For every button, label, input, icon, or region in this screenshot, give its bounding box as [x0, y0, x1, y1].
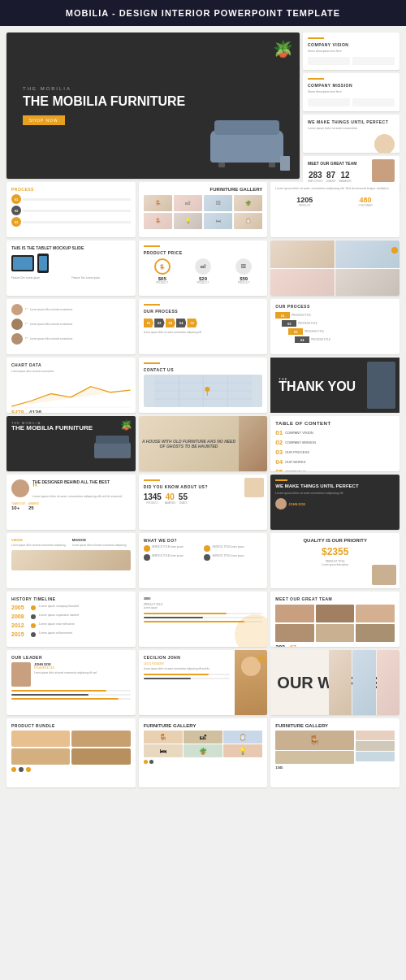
team-photo-e — [316, 624, 355, 642]
gallery-img-2: 🛋 — [174, 195, 202, 211]
history-timeline-slide[interactable]: HISTORY TIMELINE 2005 Lorem ipsum compan… — [6, 592, 136, 647]
room-photo-slide[interactable]: A HOUSE WITH OLD FURNITURE HAS NO NEED O… — [139, 416, 268, 471]
thank-you-slide[interactable]: THE THANK YOU — [270, 358, 400, 413]
cecilion-dot-decor — [257, 655, 266, 663]
know-num-2: 40 — [165, 492, 175, 501]
leader-prog-fill-3 — [11, 698, 119, 700]
stat-box-1-num: 1205 — [275, 196, 334, 204]
product-price-title: PRODUCT PRICE — [144, 250, 263, 255]
furniture-gallery-slide[interactable]: FURNITURE GALLERY 🪑 🛋 🖼 🪴 🪑 💡 🛏 🪞 — [139, 182, 268, 237]
avatar-1 — [11, 304, 23, 315]
row-2: PROCESS 01 02 03 — [6, 182, 400, 237]
product-bundle-slide[interactable]: PRODUCT BUNDLE — [6, 718, 136, 787]
company-mission-slide[interactable]: COMPANY MISSION Some description text he… — [303, 73, 400, 111]
mission-text: Lorem ipsum dolor sit amet consectetur a… — [72, 544, 131, 547]
fg3-img-r2 — [356, 741, 395, 751]
toc-num-5: 05 — [275, 468, 283, 471]
our-process-diagonal-slide[interactable]: OUR PROCESS 01 PROCESS TITLE 02 PROCESS … — [270, 299, 400, 354]
quality-slide[interactable]: QUALITY IS OUR PRIORITY $2355 PRODUCT TI… — [270, 533, 400, 588]
map-placeholder — [144, 375, 263, 407]
price-label-2: PRODUCT — [184, 281, 222, 284]
history-timeline-inner: HISTORY TIMELINE 2005 Lorem ipsum compan… — [6, 592, 136, 647]
dark-sofa — [94, 442, 131, 458]
sofa-leg-left — [218, 163, 225, 167]
decoration-slide-1[interactable]: 3000 PRODUCT SOLDLorem ipsum — [139, 592, 268, 647]
product-bundle-title: PRODUCT BUNDLE — [11, 723, 131, 728]
leader-prog-fill-2 — [11, 694, 89, 696]
our-process-slide[interactable]: OUR PROCESS 01 02 03 04 05 Lorem ipsum d… — [139, 299, 268, 354]
price-item-2: 🛋 $29 PRODUCT — [184, 258, 222, 284]
furniture-gallery-2-slide[interactable]: FURNITURE GALLERY 🪑 🛋 🪞 🛏 🪴 💡 — [139, 718, 268, 787]
what-text-4: SERVICE TITLE lorem ipsum — [212, 554, 244, 557]
chart-stat-2: 4136 VISITOR — [29, 410, 42, 413]
dark-furniture-slide[interactable]: THE MOBILIA THE MOBILIA FURNITURE 🪴 — [6, 416, 136, 471]
vision-mission-slide[interactable]: VISION Lorem ipsum dolor sit amet consec… — [6, 533, 136, 588]
designer-quote-mark: " — [32, 484, 123, 495]
stats-slide-right[interactable]: Lorem ipsum dolor sit amet, consectetur … — [270, 182, 400, 237]
decoration-inner-1: 3000 PRODUCT SOLDLorem ipsum — [139, 592, 268, 647]
stat-box-2-label: CUSTOMER — [336, 204, 395, 207]
we-make-things-slide[interactable]: WE MAKE THINGS UNTIL PERFECT Lorem ipsum… — [303, 115, 400, 153]
step-boxes: 01 PROCESS TITLE 02 PROCESS TITLE 03 PRO… — [275, 312, 395, 343]
hero-section: THE MOBILIA THE MOBILIA FURNITURE SHOP N… — [6, 33, 400, 179]
our-works-slide[interactable]: OUR WORKS — [270, 650, 400, 715]
quote-circle — [374, 134, 395, 153]
process-step-02: 02 — [154, 319, 164, 327]
row-11: PRODUCT BUNDLE FURNITURE GALLERY — [6, 718, 400, 787]
table-of-content-slide[interactable]: TABLE OF CONTENT 01 COMPANY VISION 02 CO… — [270, 416, 400, 471]
hero-cta-button[interactable]: SHOP NOW — [23, 115, 65, 125]
what-we-do-grid: SERVICE TITLE lorem ipsum SERVICE TITLE … — [144, 545, 263, 561]
designer-slide[interactable]: THE DESIGNER BEHIND ALL THE BEST " Lorem… — [6, 475, 136, 530]
timeline-dot-3 — [31, 623, 36, 628]
leader-prog-2 — [11, 694, 131, 696]
vision-photo — [11, 550, 131, 570]
chart-data-slide[interactable]: CHART DATA Lorem ipsum dolor sit amet co… — [6, 358, 136, 413]
did-you-know-slide[interactable]: DID YOU KNOW ABOUT US? 1345 PRODUCT 40 A… — [139, 475, 268, 530]
contact-slide[interactable]: CONTACT US — [139, 358, 268, 413]
cecilion-progress — [144, 674, 231, 679]
know-label-1: PRODUCT — [144, 501, 162, 505]
quality-price: $2355 — [275, 546, 395, 557]
what-we-do-slide[interactable]: WHAT WE DO? SERVICE TITLE lorem ipsum SE… — [139, 533, 268, 588]
process-slide-1[interactable]: PROCESS 01 02 03 — [6, 182, 136, 237]
map-svg — [144, 375, 263, 407]
quote-mark-2: " — [25, 321, 28, 328]
stat-employees: 283 EMPLOYEES — [308, 171, 323, 183]
mission-item-1 — [308, 98, 350, 106]
room-quote-text: A HOUSE WITH OLD FURNITURE HAS NO NEED O… — [142, 439, 236, 449]
product-price-slide[interactable]: PRODUCT PRICE 🪑 $65 PRODUCT 🛋 $29 — [139, 241, 268, 296]
toc-title: TABLE OF CONTENT — [275, 421, 395, 426]
what-dot-4 — [204, 554, 210, 561]
stat-box-1-label: PRODUCT — [275, 204, 334, 207]
furniture-gallery-3-slide[interactable]: FURNITURE GALLERY 🪑 1345 — [270, 718, 400, 787]
team-avatar-slide[interactable]: " Lorem ipsum dolor sit amet consectetur… — [6, 299, 136, 354]
timeline-text-3: Lorem ipsum new milestone — [39, 622, 75, 627]
cecilion-prog-fill-2 — [144, 678, 192, 679]
fg2-img-5: 🪴 — [184, 744, 222, 757]
designer-avatar — [11, 479, 29, 497]
tablet-mockup-slide[interactable]: THIS IS THE TABLET MOCKUP SLIDE Feature … — [6, 241, 136, 296]
designer-title: THE DESIGNER BEHIND ALL THE BEST — [32, 479, 123, 484]
our-leader-inner: OUR LEADER JOHN DOE FOUNDER & CEO Lorem … — [6, 650, 136, 715]
meet-team-slide-2[interactable]: MEET OUR GREAT TEAM 283 87 — [270, 592, 400, 647]
we-make-person-row: JOHN DOE — [275, 498, 395, 510]
timeline-dot-2 — [31, 614, 36, 619]
we-make-dark-slide[interactable]: WE MAKE THINGS UNTIL PERFECT Lorem ipsum… — [270, 475, 400, 530]
step-box-3: 03 PROCESS TITLE — [288, 328, 395, 335]
our-leader-slide[interactable]: OUR LEADER JOHN DOE FOUNDER & CEO Lorem … — [6, 650, 136, 715]
product-photo-slide[interactable] — [270, 241, 400, 296]
hero-slide[interactable]: THE MOBILIA THE MOBILIA FURNITURE SHOP N… — [6, 33, 300, 179]
process-arrows-row: 01 02 03 04 05 — [144, 319, 263, 327]
orange-bar-2 — [308, 78, 324, 80]
team-photo-f — [356, 624, 395, 642]
company-vision-slide[interactable]: COMPANY VISION Some description text her… — [303, 33, 400, 70]
cecilion-slide[interactable]: CECILION JOHN CEO & FOUNDER Lorem ipsum … — [139, 650, 268, 715]
fg2-dots — [144, 760, 263, 764]
designer-inner: THE DESIGNER BEHIND ALL THE BEST " Lorem… — [6, 475, 136, 530]
team-stat-num-2: 87 — [290, 644, 296, 647]
cecilion-photo — [235, 650, 267, 715]
gallery-img-6: 💡 — [174, 213, 202, 229]
company-vision-text: Some description text here — [308, 50, 395, 54]
fg2-dot-1 — [144, 760, 148, 764]
timeline-year-2: 2008 — [11, 614, 28, 619]
